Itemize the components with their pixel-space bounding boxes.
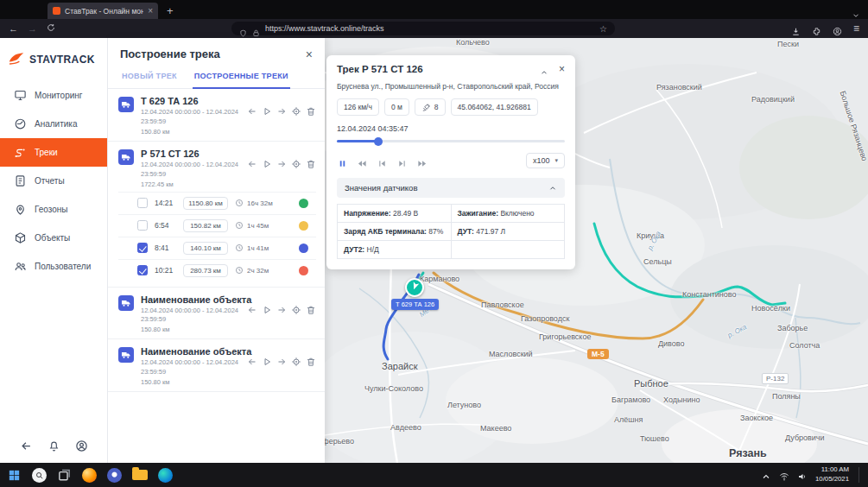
back-button[interactable]: ← — [9, 24, 18, 34]
move-right-button[interactable] — [276, 355, 287, 365]
move-right-button[interactable] — [276, 104, 287, 115]
speed-value: 126 км/ч — [344, 103, 372, 111]
sidebar-item-label: Аналитика — [35, 119, 78, 129]
vehicle-label[interactable]: Т 629 ТА 126 — [391, 299, 439, 310]
sidebar-item-objects[interactable]: Объекты — [0, 224, 107, 252]
track-row[interactable]: Т 629 ТА 12612.04.2024 00:00:00 - 12.04.… — [108, 89, 325, 142]
track-row[interactable]: Наименование объекта12.04.2024 00:00:00 … — [108, 288, 325, 340]
segment-checkbox[interactable] — [137, 243, 148, 253]
track-row[interactable]: Р 571 СТ 12612.04.2024 00:00:00 - 12.04.… — [108, 142, 325, 288]
tab-new-track[interactable]: НОВЫЙ ТРЕК — [120, 66, 179, 88]
play-track-button[interactable] — [262, 303, 272, 313]
track-segment-row[interactable]: 10:21280.73 км2ч 32м — [118, 259, 316, 281]
new-tab-button[interactable]: + — [167, 4, 174, 17]
focus-track-button[interactable] — [291, 104, 301, 115]
playback-speed-select[interactable]: x100 ▾ — [526, 153, 565, 168]
segment-checkbox[interactable] — [137, 220, 148, 231]
profile-button[interactable] — [833, 24, 842, 34]
track-segment-row[interactable]: 6:54150.82 км1ч 45м — [118, 214, 316, 237]
speed-multiplier-value: x100 — [533, 156, 550, 165]
taskbar-search-button[interactable] — [32, 468, 47, 483]
url-text[interactable]: https://www.stavtrack.online/tracks — [265, 24, 594, 33]
address-bar[interactable]: https://www.stavtrack.online/tracks ☆ — [231, 22, 615, 35]
sidebar-item-geozones[interactable]: Геозоны — [0, 195, 107, 224]
taskbar-clock[interactable]: 11:00 AM 10/05/2021 — [815, 465, 849, 484]
play-track-button[interactable] — [262, 157, 272, 168]
delete-track-button[interactable] — [306, 104, 316, 115]
fast-forward-button[interactable] — [416, 156, 428, 166]
delete-track-button[interactable] — [306, 157, 316, 168]
segment-time: 10:21 — [155, 266, 176, 275]
popup-close-button[interactable]: × — [559, 64, 565, 74]
move-right-button[interactable] — [276, 303, 287, 313]
collapse-sidebar-button[interactable] — [20, 440, 33, 452]
track-segment-row[interactable]: 8:41140.10 км1ч 41м — [118, 237, 316, 259]
sensor-value: Включено — [500, 209, 534, 218]
play-track-button[interactable] — [262, 355, 272, 365]
task-view-button[interactable] — [57, 468, 72, 483]
sidebar-item-reports[interactable]: Отчеты — [0, 167, 107, 195]
menu-button[interactable]: ≡ — [853, 23, 859, 34]
panel-close-button[interactable]: × — [306, 48, 313, 60]
panel-tabs: НОВЫЙ ТРЕК ПОСТРОЕННЫЕ ТРЕКИ — [108, 66, 325, 89]
focus-track-button[interactable] — [291, 157, 301, 168]
tab-built-tracks[interactable]: ПОСТРОЕННЫЕ ТРЕКИ — [193, 66, 290, 89]
tab-list-button[interactable] — [852, 8, 860, 16]
network-icon[interactable] — [779, 470, 789, 480]
file-explorer-taskbar-icon[interactable] — [132, 470, 148, 480]
blue-app-taskbar-icon[interactable] — [107, 468, 122, 483]
tray-expand-button[interactable] — [761, 470, 771, 480]
segment-checkbox[interactable] — [137, 265, 148, 275]
playback-slider[interactable] — [337, 136, 565, 146]
sidebar-item-label: Мониторинг — [35, 91, 82, 100]
rewind-button[interactable] — [357, 156, 368, 166]
sidebar-item-tracks[interactable]: Треки — [0, 138, 107, 167]
move-left-button[interactable] — [247, 355, 257, 365]
firefox-taskbar-icon[interactable] — [82, 468, 97, 483]
pause-button[interactable] — [337, 156, 348, 166]
track-info: Наименование объекта12.04.2024 00:00:00 … — [141, 294, 251, 334]
slider-thumb[interactable] — [374, 137, 383, 146]
delete-track-button[interactable] — [306, 355, 316, 365]
track-name: Р 571 СТ 126 — [141, 149, 244, 159]
shield-icon[interactable] — [239, 25, 247, 33]
track-row[interactable]: Наименование объекта12.04.2024 00:00:00 … — [108, 339, 325, 392]
downloads-button[interactable] — [791, 24, 801, 34]
browser-tab-bar: СтавТрак - Онлайн мониторинг × + — [0, 0, 868, 19]
sidebar-item-analytics[interactable]: Аналитика — [0, 110, 107, 138]
refresh-button[interactable] — [47, 23, 55, 34]
app-logo[interactable]: STAVTRACK — [0, 38, 107, 81]
vehicle-marker[interactable] — [405, 278, 424, 297]
show-desktop-button[interactable] — [858, 467, 861, 483]
focus-track-button[interactable] — [291, 355, 301, 365]
browser-tab[interactable]: СтавТрак - Онлайн мониторинг × — [48, 3, 158, 19]
extensions-button[interactable] — [812, 24, 821, 34]
step-forward-button[interactable] — [396, 156, 408, 166]
bookmark-star-icon[interactable]: ☆ — [599, 24, 607, 34]
play-track-button[interactable] — [262, 104, 272, 115]
move-left-button[interactable] — [247, 157, 257, 168]
move-left-button[interactable] — [247, 303, 257, 313]
volume-icon[interactable] — [797, 470, 808, 480]
focus-track-button[interactable] — [291, 303, 301, 313]
map[interactable]: КольчевоПескиРязановскийРадовицкийБольшо… — [325, 38, 868, 463]
popup-collapse-button[interactable] — [540, 65, 548, 73]
track-period: 12.04.2024 00:00:00 - 12.04.2024 23:59:5… — [141, 307, 244, 326]
move-right-button[interactable] — [276, 157, 287, 168]
sensor-cell: ДУТ2: Н/Д — [338, 241, 452, 259]
move-left-button[interactable] — [247, 104, 257, 115]
start-button[interactable] — [7, 468, 22, 483]
tab-close-button[interactable]: × — [148, 7, 153, 16]
sensors-section-header[interactable]: Значения датчиков — [337, 178, 565, 198]
edge-taskbar-icon[interactable] — [158, 468, 173, 483]
user-profile-icon[interactable] — [75, 440, 88, 452]
track-segment-row[interactable]: 14:211150.80 км16ч 32м — [118, 192, 316, 214]
satellite-icon — [421, 103, 431, 112]
notifications-bell-icon[interactable] — [48, 440, 60, 452]
segment-checkbox[interactable] — [137, 198, 148, 208]
delete-track-button[interactable] — [306, 303, 316, 313]
forward-button[interactable]: → — [28, 24, 37, 34]
sidebar-item-users[interactable]: Пользователи — [0, 252, 107, 281]
step-back-button[interactable] — [377, 156, 388, 166]
sidebar-item-monitoring[interactable]: Мониторинг — [0, 81, 107, 110]
